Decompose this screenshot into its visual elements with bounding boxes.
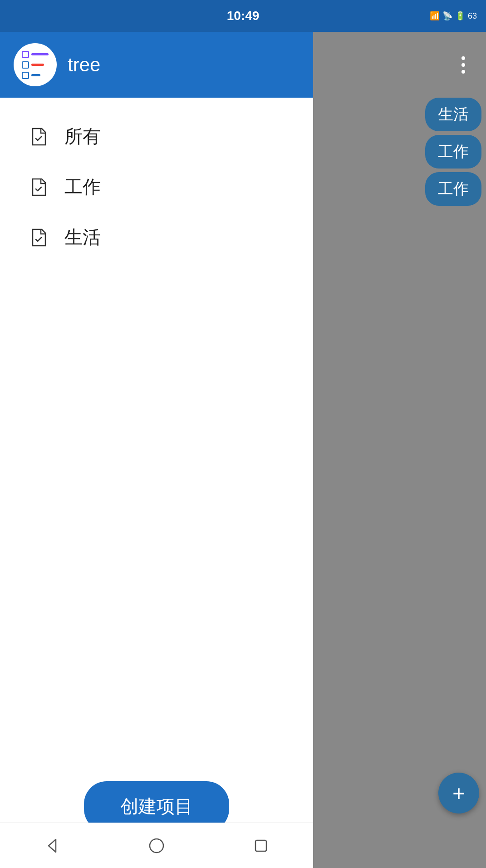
- tag-work-2[interactable]: 工作: [425, 172, 481, 206]
- battery-icon: 🔋: [455, 11, 465, 21]
- logo-bar-2: [31, 64, 44, 66]
- svg-rect-2: [255, 840, 266, 851]
- menu-item-all[interactable]: 所有: [0, 111, 313, 162]
- logo-check-blue2: [22, 72, 29, 79]
- menu-list: 所有 工作: [0, 98, 313, 763]
- all-doc-icon: [27, 125, 51, 149]
- tag-list: 生活 工作 工作: [313, 98, 486, 206]
- menu-item-all-label: 所有: [64, 124, 101, 149]
- right-panel: 生活 工作 工作 +: [313, 32, 486, 868]
- main-layout: tree 所有: [0, 32, 486, 868]
- logo-icon: [22, 51, 49, 79]
- logo-bar-1: [31, 53, 49, 55]
- app-title: tree: [68, 54, 100, 76]
- tag-life[interactable]: 生活: [425, 98, 481, 131]
- drawer-panel: tree 所有: [0, 32, 313, 868]
- nav-bar: [0, 823, 313, 868]
- right-panel-header: [313, 32, 486, 98]
- app-header: tree: [0, 32, 313, 98]
- more-dots-icon: [461, 56, 465, 74]
- svg-point-1: [150, 839, 163, 853]
- home-button[interactable]: [141, 830, 172, 862]
- logo-check-blue: [22, 61, 29, 69]
- life-doc-icon: [27, 226, 51, 249]
- logo-bar-3: [31, 74, 40, 76]
- status-bar: 10:49 📶 📡 🔋 63: [0, 0, 486, 32]
- dot-3: [461, 70, 465, 74]
- status-icons: 📶 📡 🔋 63: [430, 11, 477, 21]
- svg-marker-0: [49, 839, 56, 852]
- menu-item-work-label: 工作: [64, 174, 101, 199]
- dot-1: [461, 56, 465, 60]
- tag-work-1[interactable]: 工作: [425, 135, 481, 169]
- battery-level: 63: [468, 11, 477, 21]
- logo-check-purple: [22, 51, 29, 58]
- back-button[interactable]: [36, 830, 68, 862]
- status-time: 10:49: [227, 9, 260, 23]
- signal-icon: 📡: [442, 11, 452, 21]
- dot-2: [461, 63, 465, 67]
- fab-add-button[interactable]: +: [438, 773, 479, 813]
- menu-item-life[interactable]: 生活: [0, 212, 313, 263]
- menu-item-life-label: 生活: [64, 225, 101, 250]
- app-logo: [14, 43, 57, 86]
- recent-button[interactable]: [245, 830, 277, 862]
- work-doc-icon: [27, 175, 51, 199]
- menu-item-work[interactable]: 工作: [0, 162, 313, 212]
- more-menu-button[interactable]: [450, 51, 477, 79]
- wifi-icon: 📶: [430, 11, 440, 21]
